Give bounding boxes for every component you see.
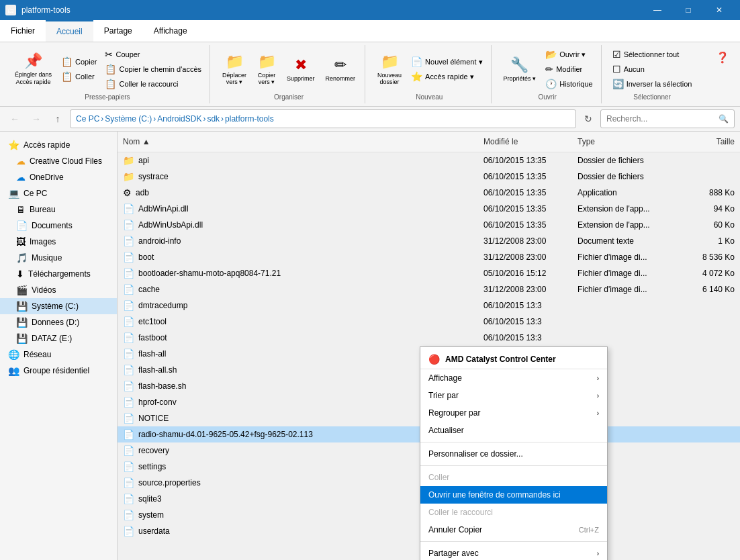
table-row[interactable]: 📄 cache 31/12/2008 23:00 Fichier d'image… (118, 281, 740, 297)
groupe-residentiel-label: Groupe résidentiel (24, 366, 89, 375)
close-button[interactable]: ✕ (704, 0, 735, 20)
ribbon-btn-copier[interactable]: 📋 Copier (58, 55, 99, 68)
ribbon-btn-proprietes[interactable]: 🔧 Propriétés ▾ (500, 54, 541, 85)
telechargements-label: Téléchargements (28, 269, 91, 279)
sidebar-item-creative-cloud[interactable]: ☁ Creative Cloud Files (0, 153, 117, 169)
column-type[interactable]: Type (572, 134, 680, 149)
table-row[interactable]: ⚙ adb 06/10/2015 13:35 Application 888 K… (118, 185, 740, 201)
ribbon-btn-modifier[interactable]: ✏ Modifier (543, 62, 596, 76)
ribbon-btn-couper[interactable]: ✂ Couper (102, 48, 204, 61)
context-menu-item[interactable]: Partager avec› (420, 545, 607, 560)
table-row[interactable]: 📁 systrace 06/10/2015 13:35 Dossier de f… (118, 169, 740, 185)
sidebar-item-systeme[interactable]: 💾 Système (C:) (0, 298, 117, 314)
nouvel-element-icon: 📄 (411, 56, 422, 67)
ribbon-btn-coller-raccourci[interactable]: 📋 Coller le raccourci (102, 77, 204, 91)
coller-icon: 📋 (61, 71, 73, 82)
minimize-button[interactable]: — (642, 0, 673, 20)
file-icon: 📄 (123, 220, 134, 230)
ribbon-btn-epingler[interactable]: 📌 Épingler dansAccès rapide (11, 50, 56, 89)
sidebar-item-onedrive[interactable]: ☁ OneDrive (0, 169, 117, 185)
sidebar-item-cepc[interactable]: 💻 Ce PC (0, 185, 117, 201)
maximize-button[interactable]: □ (673, 0, 704, 20)
file-name: hprof-conv (138, 398, 177, 407)
ribbon-btn-supprimer[interactable]: ✖ Supprimer (283, 54, 319, 85)
address-segment-androidsdk[interactable]: AndroidSDK (157, 114, 201, 124)
copier-chemin-icon: 📋 (105, 64, 116, 75)
table-row[interactable]: 📄 boot 31/12/2008 23:00 Fichier d'image … (118, 249, 740, 265)
copier-label: Copier (75, 58, 97, 66)
context-menu-item[interactable]: Regrouper par› (420, 404, 607, 422)
file-date-cell: 06/10/2015 13:35 (478, 187, 572, 199)
context-menu-item[interactable]: Actualiser (420, 422, 607, 439)
column-name[interactable]: Nom ▲ (118, 134, 478, 149)
sidebar-item-musique[interactable]: 🎵 Musique (0, 250, 117, 266)
context-menu-item[interactable]: Annuler CopierCtrl+Z (420, 521, 607, 539)
tab-partage[interactable]: Partage (93, 20, 143, 42)
back-button[interactable]: ← (5, 109, 24, 128)
address-box[interactable]: Ce PC › Système (C:) › AndroidSDK › sdk … (70, 109, 576, 128)
sidebar-item-telechargements[interactable]: ⬇ Téléchargements (0, 266, 117, 282)
table-row[interactable]: 📄 android-info 31/12/2008 23:00 Document… (118, 233, 740, 249)
column-size[interactable]: Taille (680, 134, 740, 149)
help-button[interactable]: ❓ (713, 48, 732, 66)
ribbon-btn-copier-vers[interactable]: 📁 Copiervers ▾ (253, 50, 280, 88)
ribbon-btn-aucun[interactable]: ☐ Aucun (610, 62, 695, 76)
table-row[interactable]: 📄 fastboot 06/10/2015 13:3 (118, 330, 740, 346)
ribbon-btn-renommer[interactable]: ✏ Renommer (322, 54, 360, 85)
table-row[interactable]: 📄 etc1tool 06/10/2015 13:3 (118, 314, 740, 330)
ribbon-btn-selectionner-tout[interactable]: ☑ Sélectionner tout (610, 48, 695, 61)
desktop-icon: 🖥 (16, 204, 26, 215)
ribbon-btn-inverser[interactable]: 🔄 Inverser la sélection (610, 77, 695, 91)
file-icon: 📄 (123, 461, 134, 472)
sidebar-item-groupe-residentiel[interactable]: 👥 Groupe résidentiel (0, 363, 117, 379)
file-date-cell: 06/10/2015 13:35 (478, 171, 572, 183)
group-icon: 👥 (8, 365, 19, 376)
context-menu-item[interactable]: Ouvrir une fenêtre de commandes ici (420, 486, 607, 504)
address-segment-systeme[interactable]: Système (C:) (105, 114, 152, 124)
sidebar-item-donnees[interactable]: 💾 Donnees (D:) (0, 314, 117, 330)
context-menu: 🔴 AMD Catalyst Control Center Affichage›… (420, 346, 608, 560)
tab-fichier[interactable]: Fichier (0, 20, 46, 42)
inverser-icon: 🔄 (612, 79, 624, 89)
ouvrir-label: Ouvrir (539, 93, 557, 101)
address-segment-cepc[interactable]: Ce PC (76, 114, 99, 124)
sidebar-item-bureau[interactable]: 🖥 Bureau (0, 201, 117, 218)
ribbon-btn-nouveau-dossier[interactable]: 📁 Nouveaudossier (373, 50, 406, 88)
table-row[interactable]: 📄 AdbWinApi.dll 06/10/2015 13:35 Extensi… (118, 201, 740, 217)
sidebar-item-documents[interactable]: 📄 Documents (0, 218, 117, 234)
search-box[interactable]: 🔍 (600, 109, 735, 128)
up-button[interactable]: ↑ (48, 109, 67, 128)
ribbon: Fichier Accueil Partage Affichage 📌 Épin… (0, 20, 740, 107)
ribbon-btn-nouvel-element[interactable]: 📄 Nouvel élément ▾ (408, 55, 485, 68)
column-date[interactable]: Modifié le (478, 134, 572, 149)
ribbon-btn-acces-rapide[interactable]: ⭐ Accès rapide ▾ (408, 70, 485, 83)
forward-button[interactable]: → (27, 109, 46, 128)
address-segment-platform-tools[interactable]: platform-tools (225, 114, 274, 124)
address-segment-sdk[interactable]: sdk (207, 114, 220, 124)
sidebar-item-videos[interactable]: 🎬 Vidéos (0, 282, 117, 298)
table-row[interactable]: 📄 bootloader-shamu-moto-apq8084-71.21 05… (118, 265, 740, 281)
context-menu-item[interactable]: Personnaliser ce dossier... (420, 445, 607, 463)
file-icon: 📄 (123, 300, 134, 311)
search-input[interactable] (606, 114, 716, 124)
tab-accueil[interactable]: Accueil (46, 20, 93, 42)
ribbon-btn-historique[interactable]: 🕐 Historique (543, 77, 596, 91)
refresh-button[interactable]: ↻ (579, 109, 598, 128)
sidebar-item-dataz[interactable]: 💾 DATAZ (E:) (0, 330, 117, 346)
sidebar-item-acces-rapide[interactable]: ⭐ Accès rapide (0, 137, 117, 153)
tab-affichage[interactable]: Affichage (143, 20, 198, 42)
ribbon-btn-deplacer[interactable]: 📁 Déplacervers ▾ (218, 50, 250, 88)
sidebar-item-images[interactable]: 🖼 Images (0, 234, 117, 250)
search-icon: 🔍 (719, 114, 729, 124)
file-name: system (138, 510, 164, 520)
ribbon-btn-coller[interactable]: 📋 Coller (58, 70, 99, 83)
table-row[interactable]: 📁 api 06/10/2015 13:35 Dossier de fichie… (118, 152, 740, 169)
sidebar-item-reseau[interactable]: 🌐 Réseau (0, 346, 117, 363)
context-menu-item[interactable]: Trier par› (420, 387, 607, 404)
ribbon-btn-ouvrir[interactable]: 📂 Ouvrir ▾ (543, 48, 596, 61)
table-row[interactable]: 📄 dmtracedump 06/10/2015 13:3 (118, 297, 740, 314)
context-menu-item[interactable]: Affichage› (420, 369, 607, 387)
ribbon-btn-copier-chemin[interactable]: 📋 Copier le chemin d'accès (102, 62, 204, 76)
file-type-cell: Extension de l'app... (572, 203, 680, 215)
table-row[interactable]: 📄 AdbWinUsbApi.dll 06/10/2015 13:35 Exte… (118, 217, 740, 233)
